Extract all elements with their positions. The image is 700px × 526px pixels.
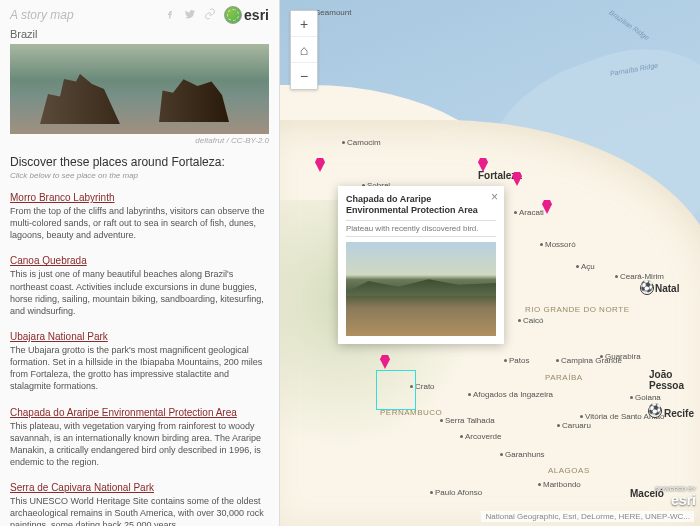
place-item: Morro Branco Labyrinth From the top of t… — [10, 192, 269, 241]
popup-title: Chapada do Araripe Environmental Protect… — [346, 194, 496, 216]
place-item: Chapada do Araripe Environmental Protect… — [10, 407, 269, 469]
state-label: PARAÍBA — [545, 373, 583, 382]
city-label: Garanhuns — [500, 450, 545, 459]
map[interactable]: Brazilian RidgeParnaíba RidgeRIO GRANDE … — [280, 0, 700, 526]
popup-subtitle: Plateau with recently discovered bird. — [346, 220, 496, 237]
city-label: Afogados da Ingazeira — [468, 390, 553, 399]
facebook-icon[interactable] — [164, 7, 176, 23]
esri-logo[interactable]: esri — [224, 6, 269, 24]
city-label-major: Natal — [655, 283, 679, 294]
place-desc: This UNESCO World Heritage Site contains… — [10, 495, 269, 526]
place-link[interactable]: Morro Branco Labyrinth — [10, 192, 269, 203]
place-desc: From the top of the cliffs and labyrinth… — [10, 205, 269, 241]
place-item: Ubajara National Park The Ubajara grotto… — [10, 331, 269, 393]
city-label: Paulo Afonso — [430, 488, 482, 497]
city-label: Açu — [576, 262, 595, 271]
place-item: Serra de Capivara National Park This UNE… — [10, 482, 269, 526]
discover-heading: Discover these places around Fortaleza: — [10, 155, 269, 169]
sidebar: A story map esri Brazil deltafrut / CC-B… — [0, 0, 280, 526]
city-label: Camocim — [342, 138, 381, 147]
discover-hint: Click below to see place on the map — [10, 171, 269, 180]
popup-image — [346, 242, 496, 336]
location-label: Brazil — [10, 28, 269, 40]
city-label: Maribondo — [538, 480, 581, 489]
place-desc: This is just one of many beautiful beach… — [10, 268, 269, 317]
city-label-major: João Pessoa — [649, 369, 700, 391]
place-link[interactable]: Ubajara National Park — [10, 331, 269, 342]
sidebar-header: A story map esri — [10, 6, 269, 24]
state-label: RIO GRANDE DO NORTE — [525, 305, 629, 314]
image-credit: deltafrut / CC-BY-2.0 — [10, 136, 269, 145]
place-link[interactable]: Canoa Quebrada — [10, 255, 269, 266]
place-desc: The Ubajara grotto is the park's most ma… — [10, 344, 269, 393]
twitter-icon[interactable] — [184, 7, 196, 23]
city-label: Goiana — [630, 393, 661, 402]
city-label: Aracati — [514, 208, 544, 217]
powered-name: esri — [671, 492, 696, 508]
story-title: A story map — [10, 8, 74, 22]
globe-icon — [224, 6, 242, 24]
soccer-icon[interactable] — [648, 404, 662, 418]
place-link[interactable]: Chapada do Araripe Environmental Protect… — [10, 407, 269, 418]
city-label: Patos — [504, 356, 529, 365]
place-desc: This plateau, with vegetation varying fr… — [10, 420, 269, 469]
share-icons: esri — [164, 6, 269, 24]
selection-box — [376, 370, 416, 410]
zoom-in-button[interactable]: + — [291, 11, 317, 37]
city-label: Mossoró — [540, 240, 576, 249]
city-label: Guarabira — [600, 352, 641, 361]
hero-image — [10, 44, 269, 134]
place-item: Canoa Quebrada This is just one of many … — [10, 255, 269, 317]
state-label: ALAGOAS — [548, 466, 590, 475]
place-link[interactable]: Serra de Capivara National Park — [10, 482, 269, 493]
city-label: Serra Talhada — [440, 416, 495, 425]
soccer-icon[interactable] — [640, 281, 654, 295]
city-label: Caicó — [518, 316, 543, 325]
map-popup: × Chapada do Araripe Environmental Prote… — [338, 186, 504, 344]
zoom-out-button[interactable]: − — [291, 63, 317, 89]
link-icon[interactable] — [204, 7, 216, 23]
city-label: Caruaru — [557, 421, 591, 430]
map-controls: + ⌂ − — [290, 10, 318, 90]
city-label-major: Recife — [664, 408, 694, 419]
powered-by-esri: POWERED BY esri — [655, 486, 696, 508]
map-attribution: National Geographic, Esri, DeLorme, HERE… — [481, 511, 694, 522]
close-icon[interactable]: × — [491, 190, 498, 204]
home-button[interactable]: ⌂ — [291, 37, 317, 63]
city-label: Arcoverde — [460, 432, 501, 441]
